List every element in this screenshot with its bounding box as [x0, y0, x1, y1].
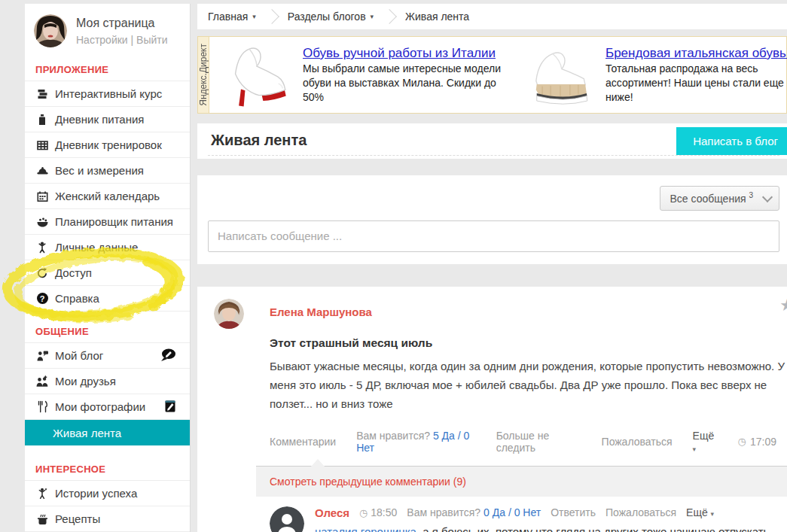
- help-icon: ?: [35, 292, 50, 305]
- post-time-value: 17:09: [750, 436, 776, 448]
- sidebar-item-food-diary[interactable]: Дневник питания: [25, 107, 190, 132]
- sidebar-item-my-photos[interactable]: Мои фотографии: [25, 394, 190, 420]
- workout-diary-icon: [35, 138, 50, 151]
- wedge-shoe-image: [523, 41, 598, 110]
- post-author-avatar[interactable]: [214, 299, 244, 329]
- chevron-down-icon: ▾: [693, 445, 697, 453]
- sidebar-item-label: Истории успеха: [55, 487, 137, 500]
- comment-meta: Олеся ◷ 18:50 Вам нравится? 0 Да / 0 Нет: [315, 506, 769, 519]
- sidebar-item-workout-diary[interactable]: Дневник тренировок: [25, 132, 190, 158]
- like-slash: /: [508, 506, 511, 518]
- sidebar-item-my-blog[interactable]: Мой блог: [25, 343, 190, 369]
- calendar-icon: [35, 190, 50, 202]
- profile-avatar[interactable]: [34, 14, 67, 47]
- breadcrumb-separator-icon: [264, 9, 279, 24]
- post: ★ Елена Маршунова Этот страшный месяц ию…: [197, 287, 787, 532]
- comment-time: ◷ 18:50: [359, 506, 397, 518]
- settings-link[interactable]: Настройки: [76, 34, 128, 46]
- clock-icon: ◷: [738, 436, 746, 447]
- like-question: Вам нравится? 5 Да / 0 Нет: [356, 430, 475, 454]
- sidebar-item-my-friends[interactable]: Мои друзья: [25, 369, 190, 394]
- chevron-down-icon: ▾: [252, 13, 256, 20]
- sidebar-item-course[interactable]: Интерактивный курс: [25, 81, 190, 107]
- profile-block: Моя страница Настройки | Выйти: [25, 4, 190, 57]
- sidebar-item-personal-data[interactable]: Личные данные: [25, 235, 190, 260]
- post-header: Елена Маршунова: [214, 299, 787, 329]
- sidebar-item-access[interactable]: Доступ: [25, 260, 190, 286]
- chevron-down-icon: ▾: [371, 13, 374, 20]
- reply-link[interactable]: Ответить: [551, 506, 596, 518]
- ad-text: Брендовая итальянская обувь! Тотальная р…: [606, 45, 787, 105]
- comment-content: Олеся ◷ 18:50 Вам нравится? 0 Да / 0 Нет: [315, 506, 769, 532]
- post-author-name[interactable]: Елена Маршунова: [270, 306, 372, 318]
- ad-body: Тотальная распродажа на весь ассортимент…: [606, 62, 784, 103]
- previous-comments-link[interactable]: Смотреть предыдущие комментарии (9): [270, 476, 466, 488]
- ad-title-link[interactable]: Брендовая итальянская обувь!: [606, 46, 787, 60]
- comment-author-avatar[interactable]: [270, 506, 304, 532]
- ad-item[interactable]: Брендовая итальянская обувь! Тотальная р…: [512, 37, 787, 113]
- write-blog-button[interactable]: Написать в блог: [676, 127, 787, 155]
- food-diary-icon: [35, 113, 50, 126]
- sidebar-item-label: Мои фотографии: [55, 400, 145, 413]
- breadcrumb-label: Главная: [208, 11, 248, 23]
- comment-item: Олеся ◷ 18:50 Вам нравится? 0 Да / 0 Нет: [256, 497, 787, 532]
- logout-link[interactable]: Выйти: [136, 34, 167, 46]
- sidebar-item-success-stories[interactable]: Истории успеха: [25, 481, 190, 506]
- chevron-down-icon: ▾: [711, 510, 715, 518]
- report-link[interactable]: Пожаловаться: [602, 436, 673, 448]
- sidebar-item-label: Мои друзья: [55, 375, 116, 388]
- sidebar-item-help[interactable]: ? Справка: [25, 286, 190, 312]
- course-icon: [35, 87, 50, 100]
- sidebar-item-calendar[interactable]: Женский календарь: [25, 184, 190, 209]
- unfollow-link[interactable]: Больше не следить: [496, 430, 581, 454]
- like-yes-link[interactable]: 0 Да: [483, 506, 505, 518]
- comments-section: Смотреть предыдущие комментарии (9) Олес…: [256, 466, 787, 532]
- ad-item[interactable]: Обувь ручной работы из Италии Мы выбрали…: [209, 37, 512, 113]
- favorite-star-icon[interactable]: ★: [779, 296, 787, 315]
- breadcrumb-home[interactable]: Главная ▾: [208, 11, 256, 23]
- breadcrumb-label: Разделы блогов: [288, 11, 366, 23]
- sidebar-item-live-feed[interactable]: Живая лента: [25, 420, 190, 445]
- blog-edit-badge[interactable]: [160, 348, 176, 363]
- friends-icon: [35, 375, 50, 388]
- section-title-communication: ОБЩЕНИЕ: [25, 319, 190, 343]
- like-yes-link[interactable]: 5 Да: [433, 430, 455, 442]
- profile-avatar-image: [34, 14, 67, 47]
- filter-label: Все сообщения: [670, 193, 746, 205]
- breadcrumb-blog-sections[interactable]: Разделы блогов ▾: [288, 11, 374, 23]
- like-no-link[interactable]: 0 Нет: [514, 506, 541, 518]
- more-menu[interactable]: Ещё ▾: [686, 506, 714, 518]
- recipes-icon: [35, 512, 50, 525]
- ad-text: Обувь ручной работы из Италии Мы выбрали…: [303, 45, 508, 105]
- profile-links: Настройки | Выйти: [76, 34, 168, 46]
- more-label: Ещё: [686, 506, 708, 518]
- post-title: Этот страшный месяц июль: [270, 336, 787, 350]
- sidebar-item-weight[interactable]: Вес и измерения: [25, 158, 190, 184]
- more-menu[interactable]: Ещё ▾: [693, 430, 718, 454]
- ad-title-link[interactable]: Обувь ручной работы из Италии: [303, 46, 496, 60]
- personal-data-icon: [35, 241, 50, 254]
- page: Моя страница Настройки | Выйти ПРИЛОЖЕНИ…: [0, 0, 787, 532]
- message-composer-input[interactable]: [208, 220, 779, 252]
- section-title-interesting: ИНТЕРЕСНОЕ: [25, 457, 190, 481]
- comment-like-question: Вам нравится? 0 Да / 0 Нет: [407, 506, 541, 518]
- breadcrumb-live-feed: Живая лента: [405, 11, 469, 23]
- sidebar-item-meal-planner[interactable]: Планировщик питания: [25, 209, 190, 235]
- report-link[interactable]: Пожаловаться: [606, 506, 676, 518]
- sidebar-item-recipes[interactable]: Рецепты: [25, 506, 190, 532]
- photo-edit-badge[interactable]: [165, 400, 176, 415]
- comment-time-value: 18:50: [371, 506, 397, 518]
- comment-author-name[interactable]: Олеся: [315, 506, 349, 519]
- section-title-application: ПРИЛОЖЕНИЕ: [25, 57, 190, 81]
- filter-count: 3: [749, 191, 753, 199]
- blog-icon: [35, 349, 50, 362]
- breadcrumb-label: Живая лента: [405, 11, 469, 23]
- sidebar-item-label: Дневник питания: [55, 113, 144, 126]
- breadcrumb-separator-icon: [382, 9, 397, 24]
- chevron-down-icon: [762, 192, 773, 202]
- messages-filter-dropdown[interactable]: Все сообщения 3: [660, 186, 780, 211]
- mention-link[interactable]: наталия горошинка: [315, 525, 416, 532]
- sidebar-gap: [25, 445, 190, 457]
- post-avatar-image: [214, 299, 244, 329]
- comments-link[interactable]: Комментарии: [270, 436, 336, 448]
